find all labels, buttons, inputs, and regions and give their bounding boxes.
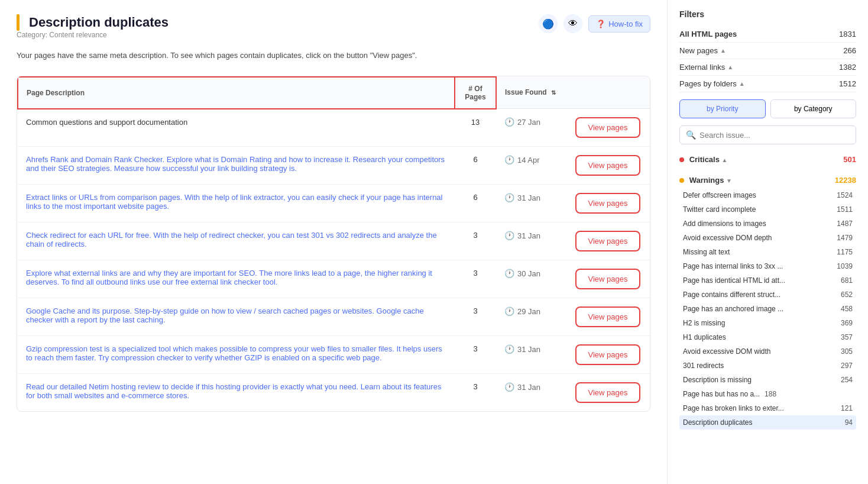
eye-icon-button[interactable]: 👁 <box>563 14 582 33</box>
view-pages-button-4[interactable]: View pages <box>575 269 640 289</box>
issue-item-1[interactable]: Twitter card incomplete 1511 <box>679 202 856 217</box>
search-box[interactable]: 🔍 <box>679 125 856 144</box>
tab-by-priority[interactable]: by Priority <box>679 99 766 118</box>
filter-new-pages[interactable]: New pages ▲ 266 <box>679 43 856 59</box>
clock-icon: 🕐 <box>504 155 514 164</box>
cell-pages-0: 13 <box>455 109 496 147</box>
issue-count: 1511 <box>837 205 853 214</box>
cell-date-7: 🕐31 Jan <box>496 374 567 412</box>
analytics-icon-button[interactable]: 🔵 <box>539 14 558 33</box>
column-header-description: Page Description <box>18 77 455 109</box>
title-text: Description duplicates <box>29 15 169 30</box>
date-text: 29 Jan <box>517 307 540 316</box>
issue-name: Avoid excessive DOM width <box>683 347 836 356</box>
filter-external-links[interactable]: External links ▲ 1382 <box>679 59 856 76</box>
issue-count: 1524 <box>837 191 853 199</box>
criticals-section-header[interactable]: Criticals ▲ 501 <box>679 151 856 167</box>
main-content: Description duplicates Category: Content… <box>0 0 667 484</box>
issue-name: H1 duplicates <box>683 333 836 341</box>
filter-external-links-label: External links ▲ <box>679 63 733 72</box>
issue-item-0[interactable]: Defer offscreen images 1524 <box>679 188 856 202</box>
criticals-dot-icon <box>679 157 684 162</box>
date-text: 30 Jan <box>517 269 540 278</box>
tab-by-category[interactable]: by Category <box>770 99 857 118</box>
issues-table: Page Description # OfPages Issue Found ⇅… <box>17 76 650 412</box>
criticals-title: Criticals <box>689 155 720 164</box>
table-row: Common questions and support documentati… <box>18 109 650 147</box>
issue-item-6[interactable]: Page has identical HTML id att... 681 <box>679 273 856 288</box>
view-pages-button-2[interactable]: View pages <box>575 193 640 214</box>
issue-item-7[interactable]: Page contains different struct... 652 <box>679 288 856 302</box>
clock-icon: 🕐 <box>504 344 514 354</box>
issue-item-15[interactable]: Page has broken links to exter... 121 <box>679 401 856 415</box>
cell-description-5: Google Cache and its purpose. Step-by-st… <box>18 298 455 336</box>
warnings-title: Warnings <box>689 176 724 185</box>
issue-count: 94 <box>845 418 853 427</box>
date-text: 31 Jan <box>517 193 540 202</box>
issue-item-13[interactable]: Description is missing 254 <box>679 373 856 387</box>
how-to-fix-label: How-to fix <box>608 20 643 28</box>
view-pages-button-5[interactable]: View pages <box>575 306 640 327</box>
search-input[interactable] <box>699 131 850 140</box>
eye-icon: 👁 <box>568 18 578 29</box>
issue-item-8[interactable]: Page has an anchored image ... 458 <box>679 302 856 316</box>
how-to-fix-button[interactable]: ❓ How-to fix <box>588 15 650 33</box>
cell-date-5: 🕐29 Jan <box>496 298 567 336</box>
sort-icon: ⇅ <box>551 89 556 96</box>
issue-count: 254 <box>841 376 853 384</box>
issue-item-2[interactable]: Add dimensions to images 1487 <box>679 217 856 231</box>
cell-description-3: Check redirect for each URL for free. Wi… <box>18 222 455 260</box>
warnings-issue-list: Defer offscreen images 1524 Twitter card… <box>679 188 856 430</box>
view-pages-button-1[interactable]: View pages <box>575 155 640 176</box>
filter-all-count: 1831 <box>839 30 856 38</box>
header-actions: 🔵 👁 ❓ How-to fix <box>539 14 650 33</box>
filters-title: Filters <box>679 9 856 19</box>
warnings-section-header[interactable]: Warnings ▼ 12238 <box>679 172 856 188</box>
criticals-chevron-icon: ▲ <box>722 157 728 163</box>
cell-action-7: View pages <box>567 374 650 412</box>
filter-all-label: All HTML pages <box>679 30 737 38</box>
date-text: 31 Jan <box>517 231 540 240</box>
filter-external-links-count: 1382 <box>839 63 856 72</box>
data-table: Page Description # OfPages Issue Found ⇅… <box>17 76 650 412</box>
issue-item-5[interactable]: Page has internal links to 3xx ... 1039 <box>679 259 856 273</box>
clock-icon: 🕐 <box>504 117 514 127</box>
column-header-date: Issue Found ⇅ <box>496 77 567 109</box>
issue-item-9[interactable]: H2 is missing 369 <box>679 316 856 330</box>
clock-icon: 🕐 <box>504 269 514 278</box>
issue-name: Defer offscreen images <box>683 191 832 199</box>
issue-item-3[interactable]: Avoid excessive DOM depth 1479 <box>679 231 856 245</box>
date-text: 31 Jan <box>517 345 540 354</box>
issue-name: Page has internal links to 3xx ... <box>683 262 832 270</box>
cell-action-2: View pages <box>567 185 650 222</box>
filter-pages-by-folders-label: Pages by folders ▲ <box>679 79 745 88</box>
issue-item-14[interactable]: Page has but has no a...188 <box>679 387 856 401</box>
cell-date-0: 🕐27 Jan <box>496 109 567 147</box>
view-pages-button-6[interactable]: View pages <box>575 344 640 365</box>
filter-all-html[interactable]: All HTML pages 1831 <box>679 26 856 43</box>
issue-item-16[interactable]: Description duplicates 94 <box>679 415 856 430</box>
issue-item-10[interactable]: H1 duplicates 357 <box>679 330 856 344</box>
issue-count: 681 <box>841 276 853 285</box>
title-bar-decoration <box>17 14 20 31</box>
issue-item-4[interactable]: Missing alt text 1175 <box>679 245 856 259</box>
issue-name: Description is missing <box>683 376 836 384</box>
cell-action-5: View pages <box>567 298 650 336</box>
issue-item-12[interactable]: 301 redirects 297 <box>679 359 856 373</box>
issue-count: 297 <box>841 362 853 370</box>
chevron-up-icon: ▲ <box>720 47 726 54</box>
issue-item-11[interactable]: Avoid excessive DOM width 305 <box>679 344 856 359</box>
issue-name: 301 redirects <box>683 362 836 370</box>
issue-count: 1487 <box>837 220 853 228</box>
filter-pages-by-folders[interactable]: Pages by folders ▲ 1512 <box>679 76 856 92</box>
sidebar: Filters All HTML pages 1831 New pages ▲ … <box>667 0 868 484</box>
warnings-chevron-icon: ▼ <box>726 178 732 184</box>
issue-name: Page has but has no a...188 <box>683 390 853 398</box>
table-row: Extract links or URLs from comparison pa… <box>18 185 650 222</box>
view-pages-button-0[interactable]: View pages <box>575 117 640 138</box>
cell-action-1: View pages <box>567 147 650 185</box>
view-pages-button-7[interactable]: View pages <box>575 382 640 403</box>
cell-description-6: Gzip compression test is a specialized t… <box>18 336 455 374</box>
table-row: Check redirect for each URL for free. Wi… <box>18 222 650 260</box>
view-pages-button-3[interactable]: View pages <box>575 231 640 251</box>
